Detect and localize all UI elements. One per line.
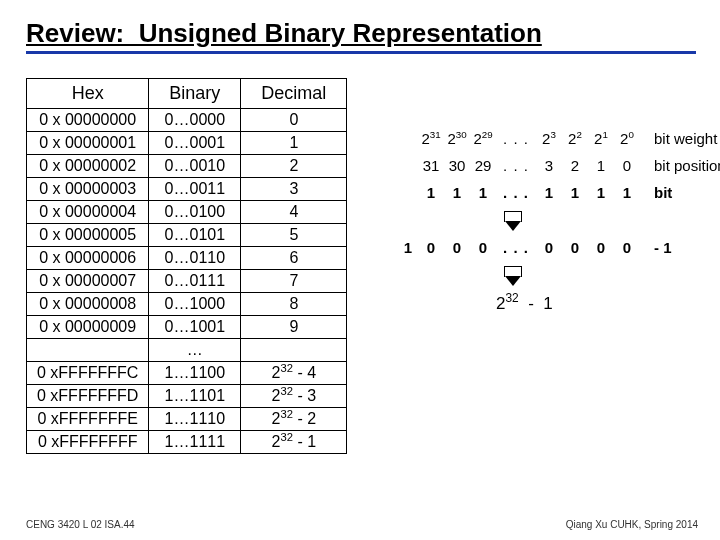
table-row: 0 xFFFFFFFC1…1100232 - 4	[27, 362, 347, 385]
col-decimal: Decimal	[241, 79, 347, 109]
cell-hex: 0 x 00000001	[27, 132, 149, 155]
table-row: 0 x 000000010…00011	[27, 132, 347, 155]
col-binary: Binary	[149, 79, 241, 109]
bit-label: bit	[654, 184, 672, 201]
col-hex: Hex	[27, 79, 149, 109]
cell-hex: 0 x 00000007	[27, 270, 149, 293]
cell-dec: 7	[241, 270, 347, 293]
cell-dec: 232 - 2	[241, 408, 347, 431]
cell-hex: 0 xFFFFFFFF	[27, 431, 149, 454]
cell-bin: 0…0111	[149, 270, 241, 293]
cell-hex: 0 xFFFFFFFD	[27, 385, 149, 408]
table-row: …	[27, 339, 347, 362]
cell-bin: 1…1100	[149, 362, 241, 385]
cell-dec: 1	[241, 132, 347, 155]
down-arrow-icon	[498, 211, 526, 233]
down-arrow-icon	[498, 266, 526, 288]
cell-hex: 0 x 00000003	[27, 178, 149, 201]
cell-dec: 232 - 3	[241, 385, 347, 408]
cell-bin: 0…0100	[149, 201, 241, 224]
cell-dec: 8	[241, 293, 347, 316]
bit-weight-row: 231 230 229 . . . 23 22 21 20 bit weight	[398, 130, 720, 147]
conversion-table: Hex Binary Decimal 0 x 000000000…000000 …	[26, 78, 347, 454]
table-row: 0 x 000000070…01117	[27, 270, 347, 293]
table-row: 0 x 000000090…10019	[27, 316, 347, 339]
cell-bin: 0…0000	[149, 109, 241, 132]
table-row: 0 xFFFFFFFD1…1101232 - 3	[27, 385, 347, 408]
table-row: 0 x 000000050…01015	[27, 224, 347, 247]
table-row: 0 x 000000080…10008	[27, 293, 347, 316]
cell-hex: 0 xFFFFFFFC	[27, 362, 149, 385]
cell-dec: 232 - 1	[241, 431, 347, 454]
table-row: 0 x 000000020…00102	[27, 155, 347, 178]
cell-dec: 3	[241, 178, 347, 201]
cell-hex: 0 x 00000004	[27, 201, 149, 224]
footer-left: CENG 3420 L 02 ISA.44	[26, 519, 135, 530]
cell-dec: 0	[241, 109, 347, 132]
cell-hex: 0 x 00000000	[27, 109, 149, 132]
result-value: 232 - 1	[496, 294, 720, 314]
cell-hex: 0 x 00000005	[27, 224, 149, 247]
bit-position-row: 31 30 29 . . . 3 2 1 0 bit position	[398, 157, 720, 174]
bit-diagram: 231 230 229 . . . 23 22 21 20 bit weight…	[398, 130, 720, 314]
cell-bin: 0…1001	[149, 316, 241, 339]
cell-dec: 4	[241, 201, 347, 224]
table-row: 0 x 000000040…01004	[27, 201, 347, 224]
cell-dec: 232 - 4	[241, 362, 347, 385]
cell-dec: 5	[241, 224, 347, 247]
cell-hex: 0 xFFFFFFFE	[27, 408, 149, 431]
cell-hex: 0 x 00000002	[27, 155, 149, 178]
cell-dec: 9	[241, 316, 347, 339]
bit-values-row: 1 1 1 . . . 1 1 1 1 bit	[398, 184, 720, 201]
minus-one-label: - 1	[654, 239, 672, 256]
cell-hex	[27, 339, 149, 362]
cell-hex: 0 x 00000009	[27, 316, 149, 339]
cell-bin: 0…0110	[149, 247, 241, 270]
cell-dec: 2	[241, 155, 347, 178]
bit-position-label: bit position	[654, 157, 720, 174]
cell-bin: 0…0010	[149, 155, 241, 178]
cell-bin: 1…1111	[149, 431, 241, 454]
table-row: 0 x 000000060…01106	[27, 247, 347, 270]
footer-right: Qiang Xu CUHK, Spring 2014	[566, 519, 698, 530]
bit-weight-label: bit weight	[654, 130, 717, 147]
cell-bin: 1…1101	[149, 385, 241, 408]
cell-bin: …	[149, 339, 241, 362]
cell-bin: 0…0001	[149, 132, 241, 155]
cell-bin: 0…1000	[149, 293, 241, 316]
cell-dec	[241, 339, 347, 362]
table-row: 0 x 000000000…00000	[27, 109, 347, 132]
cell-hex: 0 x 00000006	[27, 247, 149, 270]
cell-bin: 0…0101	[149, 224, 241, 247]
cell-bin: 0…0011	[149, 178, 241, 201]
table-row: 0 x 000000030…00113	[27, 178, 347, 201]
cell-bin: 1…1110	[149, 408, 241, 431]
table-row: 0 xFFFFFFFF1…1111232 - 1	[27, 431, 347, 454]
subtract-row: 1 0 0 0 . . . 0 0 0 0 - 1	[398, 239, 720, 256]
cell-dec: 6	[241, 247, 347, 270]
cell-hex: 0 x 00000008	[27, 293, 149, 316]
slide-title: Review: Unsigned Binary Representation	[26, 18, 696, 54]
table-row: 0 xFFFFFFFE1…1110232 - 2	[27, 408, 347, 431]
